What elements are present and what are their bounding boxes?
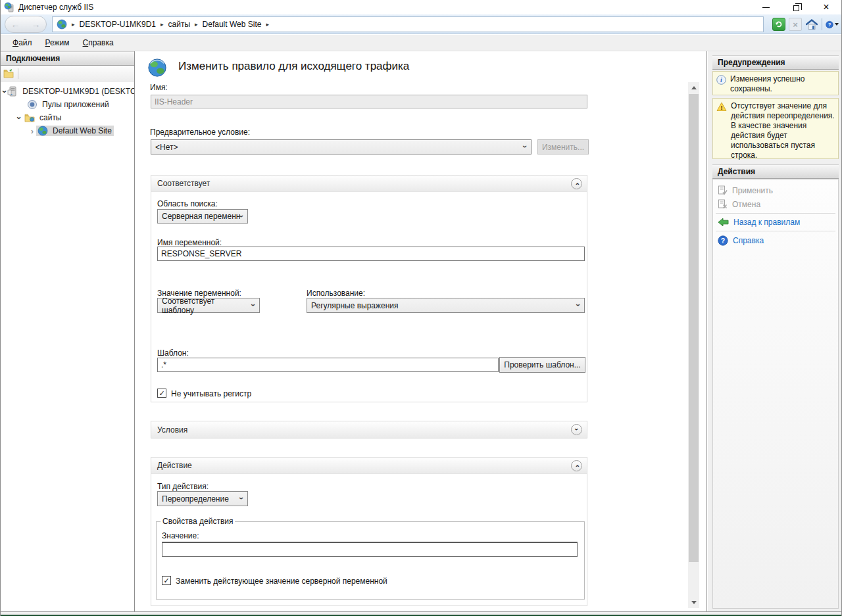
- forward-nav-button[interactable]: →: [32, 20, 41, 29]
- home-button[interactable]: [805, 18, 818, 31]
- alerts-header: Предупреждения: [712, 55, 839, 70]
- scope-select[interactable]: Серверная переменн ›: [157, 209, 248, 224]
- precondition-value: <Нет>: [155, 143, 178, 152]
- pattern-label: Шаблон:: [157, 348, 189, 358]
- ignore-case-checkbox[interactable]: ✓: [157, 389, 166, 398]
- action-type-label: Тип действия:: [157, 482, 209, 491]
- expand-section-button[interactable]: ›: [571, 424, 582, 435]
- menu-bar: Файл Режим Справка: [1, 35, 841, 51]
- scrollbar-thumb[interactable]: [689, 94, 699, 562]
- help-menu-button[interactable]: ?: [826, 18, 839, 31]
- test-pattern-button[interactable]: Проверить шаблон...: [499, 357, 585, 373]
- actions-box: Применить Отмена Назад к правилам ? Сп: [712, 179, 839, 609]
- back-to-rules-link[interactable]: Назад к правилам: [713, 216, 838, 229]
- svg-text:i: i: [720, 76, 722, 83]
- breadcrumb-arrow-icon: ▸: [266, 21, 269, 28]
- replace-value-checkbox[interactable]: ✓: [162, 576, 171, 585]
- right-panel: Предупреждения i Изменения успешно сохра…: [708, 51, 842, 611]
- save-connection-icon[interactable]: [3, 68, 14, 79]
- minimize-icon: [762, 7, 770, 8]
- replace-value-label[interactable]: Заменить действующее значение серверной …: [176, 577, 387, 586]
- tree-item-app-pools[interactable]: Пулы приложений: [1, 98, 134, 111]
- tree-item-server-label: DESKTOP-U1MK9D1 (DESKTOI: [20, 86, 134, 97]
- main-content: Изменить правило для исходящего трафика …: [136, 51, 707, 611]
- collapse-chevron-icon[interactable]: ›: [1, 90, 10, 93]
- match-section-title: Соответствует: [157, 179, 210, 188]
- chevron-down-icon: ›: [249, 301, 258, 310]
- expand-chevron-icon[interactable]: ›: [28, 126, 36, 136]
- window-controls: ×: [751, 0, 841, 14]
- conditions-section-header[interactable]: Условия ›: [151, 421, 587, 438]
- action-type-select[interactable]: Переопределение ›: [157, 491, 248, 506]
- operator-value: Соответствует шаблону: [162, 296, 246, 315]
- warning-alert: ! Отсутствует значение для действия пере…: [712, 98, 839, 159]
- tree-item-app-pools-label: Пулы приложений: [40, 99, 111, 110]
- address-toolbar: × ?: [772, 16, 839, 32]
- collapse-section-button[interactable]: ›: [571, 460, 582, 471]
- value-field[interactable]: [162, 542, 578, 557]
- ignore-case-label[interactable]: Не учитывать регистр: [171, 389, 251, 398]
- tree-item-default-web-site[interactable]: › Default Web Site: [1, 124, 134, 137]
- breadcrumb-sites[interactable]: сайты: [168, 20, 191, 29]
- scroll-up-icon: [691, 86, 697, 89]
- site-globe-icon: [37, 126, 48, 136]
- selected-tree-item: Default Web Site: [36, 126, 114, 136]
- breadcrumb-default-web-site[interactable]: Default Web Site: [203, 20, 262, 29]
- cancel-button[interactable]: Отмена: [713, 197, 838, 211]
- toolbar-separator: [18, 68, 18, 79]
- warning-icon: !: [716, 102, 727, 112]
- back-arrow-icon: [718, 218, 729, 227]
- help-icon: ?: [826, 19, 833, 30]
- precondition-label: Предварительное условие:: [150, 128, 250, 137]
- help-link[interactable]: ? Справка: [713, 233, 838, 248]
- close-icon: ×: [823, 2, 829, 12]
- conditions-section-title: Условия: [157, 425, 187, 435]
- pattern-field[interactable]: [157, 358, 499, 372]
- apply-button[interactable]: Применить: [713, 183, 838, 197]
- stop-button[interactable]: ×: [789, 18, 802, 31]
- tree-item-server[interactable]: › DESKTOP-U1MK9D1 (DESKTOI: [1, 85, 134, 98]
- using-select[interactable]: Регулярные выражения ›: [307, 298, 585, 313]
- toolbar-divider: [822, 18, 822, 30]
- restore-button[interactable]: [781, 0, 811, 14]
- using-label: Использование:: [307, 289, 365, 298]
- menu-file[interactable]: Файл: [6, 36, 39, 49]
- edit-precondition-button[interactable]: Изменить...: [537, 139, 589, 154]
- scroll-down-button[interactable]: [688, 597, 699, 608]
- variable-name-field[interactable]: [157, 247, 585, 261]
- operator-select[interactable]: Соответствует шаблону ›: [157, 298, 260, 313]
- home-icon: [806, 19, 818, 30]
- breadcrumb[interactable]: ▸ DESKTOP-U1MK9D1 ▸ сайты ▸ Default Web …: [52, 16, 764, 32]
- collapse-section-button[interactable]: ›: [571, 178, 582, 189]
- chevron-down-icon: ›: [520, 143, 530, 151]
- tree-item-sites[interactable]: › сайты: [1, 111, 134, 124]
- menu-help[interactable]: Справка: [76, 36, 120, 49]
- globe-icon: [57, 19, 67, 30]
- app-pools-icon: [27, 99, 37, 110]
- refresh-button[interactable]: [772, 18, 785, 31]
- breadcrumb-arrow-icon: ▸: [72, 21, 75, 28]
- action-section-header[interactable]: Действие ›: [151, 458, 587, 474]
- back-nav-button[interactable]: ←: [11, 20, 20, 29]
- refresh-icon: [774, 20, 783, 29]
- scroll-up-button[interactable]: [688, 82, 699, 93]
- chevron-down-icon: [835, 23, 839, 26]
- cancel-icon: [718, 199, 728, 209]
- actions-separator: [716, 213, 835, 214]
- scope-value: Серверная переменн: [162, 212, 240, 221]
- vertical-scrollbar[interactable]: [688, 82, 699, 608]
- precondition-select[interactable]: <Нет> ›: [151, 139, 532, 154]
- collapse-chevron-icon[interactable]: ›: [14, 114, 24, 122]
- breadcrumb-server[interactable]: DESKTOP-U1MK9D1: [80, 20, 156, 29]
- name-label: Имя:: [150, 83, 168, 92]
- cancel-label: Отмена: [732, 200, 760, 209]
- minimize-button[interactable]: [751, 0, 781, 14]
- actions-separator: [716, 231, 835, 231]
- menu-view[interactable]: Режим: [39, 36, 76, 49]
- match-section-header[interactable]: Соответствует ›: [151, 176, 587, 192]
- app-icon: [4, 2, 14, 12]
- chevron-down-icon: ›: [237, 212, 246, 221]
- apply-icon: [718, 185, 728, 195]
- chevron-up-icon: ›: [572, 183, 580, 185]
- close-button[interactable]: ×: [811, 0, 841, 14]
